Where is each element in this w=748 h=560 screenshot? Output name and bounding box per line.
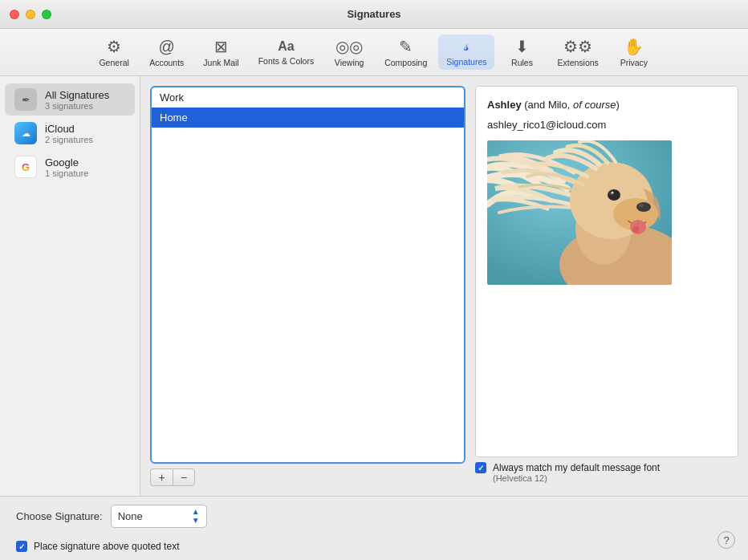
sidebar-all-signatures-text: All Signatures 3 signatures	[45, 89, 109, 111]
all-signatures-count: 3 signatures	[45, 101, 109, 111]
signature-bold-name: Ashley	[487, 99, 522, 111]
font-match-checkbox[interactable]	[475, 462, 486, 473]
toolbar-item-accounts[interactable]: @ Accounts	[141, 34, 192, 71]
sidebar-icloud-text: iCloud 2 signatures	[45, 123, 93, 144]
icloud-count: 2 signatures	[45, 135, 93, 144]
all-signatures-name: All Signatures	[45, 89, 109, 101]
choose-signature-label: Choose Signature:	[16, 510, 103, 522]
toolbar-label-rules: Rules	[511, 58, 533, 67]
privacy-icon: ✋	[624, 37, 644, 56]
toolbar-item-junk-mail[interactable]: ⊠ Junk Mail	[195, 34, 246, 71]
signatures-icon: 𝓈	[464, 38, 469, 55]
toolbar-item-extensions[interactable]: ⚙⚙ Extensions	[549, 34, 606, 71]
signature-name-rest: (and Milo, of course)	[524, 99, 620, 111]
junk-mail-icon: ⊠	[214, 37, 228, 56]
sidebar-item-google[interactable]: G Google 1 signature	[5, 151, 135, 183]
font-match-area: Always match my default message font (He…	[475, 457, 738, 486]
choose-signature-select[interactable]: None ▲ ▼	[111, 505, 207, 528]
choose-signature-value: None	[118, 510, 143, 522]
signature-item-work[interactable]: Work	[152, 87, 464, 108]
icloud-icon: ☁	[14, 122, 37, 144]
toolbar-label-extensions: Extensions	[557, 58, 598, 67]
stepper-icon: ▲ ▼	[192, 508, 200, 525]
main-area: ✒ All Signatures 3 signatures ☁ iCloud 2…	[0, 76, 748, 496]
toolbar-item-general[interactable]: ⚙ General	[90, 34, 138, 71]
rules-icon: ⬇	[515, 37, 529, 56]
toolbar-label-composing: Composing	[384, 58, 427, 67]
signature-email: ashley_rico1@icloud.com	[487, 119, 726, 131]
viewing-icon: ◎◎	[335, 37, 363, 56]
google-icon: G	[14, 156, 37, 178]
close-button[interactable]	[10, 10, 19, 19]
titlebar: Signatures	[0, 0, 748, 29]
toolbar-label-junk-mail: Junk Mail	[203, 58, 238, 67]
remove-signature-button[interactable]: −	[173, 469, 195, 486]
window-title: Signatures	[347, 8, 400, 20]
toolbar-label-signatures: Signatures	[446, 57, 486, 67]
signature-name-line: Ashley (and Milo, of course)	[487, 98, 726, 112]
svg-point-7	[608, 189, 620, 201]
toolbar-item-rules[interactable]: ⬇ Rules	[498, 34, 546, 71]
svg-point-5	[636, 202, 651, 212]
add-signature-button[interactable]: +	[150, 469, 173, 486]
place-above-label: Place signature above quoted text	[34, 541, 179, 552]
toolbar-item-composing[interactable]: ✎ Composing	[376, 34, 435, 71]
toolbar-label-fonts: Fonts & Colors	[258, 56, 314, 66]
composing-icon: ✎	[399, 37, 413, 56]
font-match-sub: (Helvetica 12)	[493, 473, 738, 483]
fonts-icon: Aa	[278, 39, 294, 54]
signature-preview: Ashley (and Milo, of course) ashley_rico…	[475, 86, 738, 457]
sidebar: ✒ All Signatures 3 signatures ☁ iCloud 2…	[0, 76, 140, 496]
google-count: 1 signature	[45, 168, 88, 178]
sidebar-item-icloud[interactable]: ☁ iCloud 2 signatures	[5, 117, 135, 149]
toolbar-label-privacy: Privacy	[620, 58, 648, 67]
google-name: Google	[45, 156, 88, 168]
signatures-list: Work Home	[150, 86, 465, 464]
maximize-button[interactable]	[42, 10, 51, 19]
sidebar-google-text: Google 1 signature	[45, 156, 88, 178]
help-button[interactable]: ?	[718, 531, 735, 549]
signature-image	[487, 140, 672, 285]
all-signatures-icon: ✒	[14, 88, 37, 111]
toolbar-item-fonts-colors[interactable]: Aa Fonts & Colors	[250, 35, 322, 68]
traffic-lights	[10, 10, 51, 19]
font-match-row: Always match my default message font	[475, 462, 738, 473]
minimize-button[interactable]	[26, 10, 35, 19]
toolbar: ⚙ General @ Accounts ⊠ Junk Mail Aa Font…	[0, 29, 748, 76]
icloud-name: iCloud	[45, 123, 93, 135]
toolbar-label-accounts: Accounts	[149, 58, 184, 67]
right-panel: Ashley (and Milo, of course) ashley_rico…	[475, 76, 748, 496]
extensions-icon: ⚙⚙	[563, 37, 592, 56]
list-controls: + −	[150, 469, 465, 486]
svg-point-6	[639, 204, 644, 207]
toolbar-item-signatures[interactable]: 𝓈 Signatures	[438, 34, 494, 70]
sidebar-item-all-signatures[interactable]: ✒ All Signatures 3 signatures	[5, 83, 135, 116]
toolbar-label-viewing: Viewing	[335, 58, 364, 67]
accounts-icon: @	[159, 37, 175, 56]
toolbar-label-general: General	[99, 58, 128, 67]
svg-point-9	[612, 192, 614, 194]
signature-item-home[interactable]: Home	[152, 108, 464, 128]
dog-svg	[487, 140, 672, 285]
place-signature-row: Place signature above quoted text	[16, 541, 732, 552]
toolbar-item-privacy[interactable]: ✋ Privacy	[610, 34, 658, 71]
toolbar-item-viewing[interactable]: ◎◎ Viewing	[325, 34, 373, 71]
center-panel: Work Home + −	[140, 76, 475, 496]
font-match-label: Always match my default message font	[493, 462, 660, 473]
place-above-checkbox[interactable]	[16, 541, 27, 552]
bottom-bar: Choose Signature: None ▲ ▼ Place signatu…	[0, 496, 748, 560]
gear-icon: ⚙	[107, 37, 121, 56]
